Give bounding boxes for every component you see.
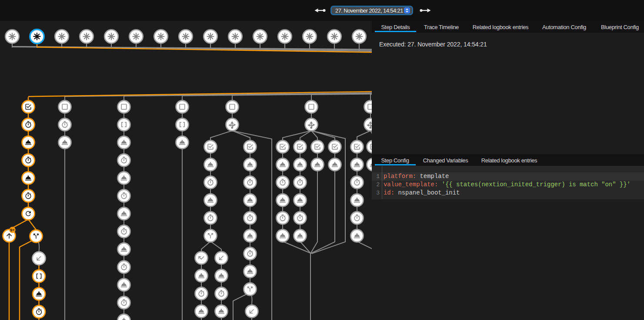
- svg-text:9+: 9+: [10, 228, 15, 232]
